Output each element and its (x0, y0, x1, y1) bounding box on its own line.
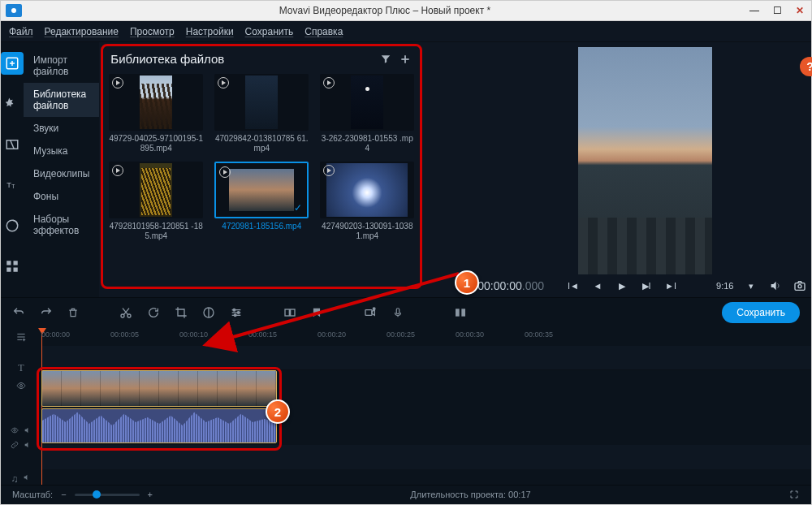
timeline-area: T ♫ 00:00:00 00:00:05 00:00:10 00:00:15 … (1, 328, 811, 485)
undo-icon[interactable] (12, 306, 25, 319)
file-label: 4720981-185156.mp4 (222, 222, 301, 231)
minimize-button[interactable]: — (743, 1, 766, 20)
svg-rect-26 (291, 309, 295, 316)
audio-track[interactable] (41, 408, 811, 445)
audio-clip[interactable] (41, 408, 277, 443)
music-track-icon[interactable]: ♫ (11, 473, 19, 485)
redo-icon[interactable] (40, 306, 53, 319)
menu-view[interactable]: Просмотр (130, 26, 175, 37)
menu-save[interactable]: Сохранить (245, 26, 294, 37)
sidebar-item-music[interactable]: Музыка (24, 140, 99, 162)
add-icon[interactable] (400, 54, 411, 65)
delete-icon[interactable] (67, 306, 79, 319)
preview-controls: ◆ 00:00:00.000 I◄ ◄ ▶ ▶I ►I 9:16 ▾ (456, 274, 812, 292)
play-overlay-icon (218, 77, 229, 88)
color-adjust-icon[interactable] (202, 306, 215, 319)
library-item[interactable]: 49729-04025-97100195-1895.mp4 (107, 74, 205, 153)
svg-rect-30 (456, 309, 460, 317)
window-titlebar: Movavi Видеоредактор Плюс – Новый проект… (0, 0, 812, 21)
svg-line-4 (11, 140, 15, 149)
step-back-icon[interactable]: ◄ (591, 279, 604, 292)
menu-edit[interactable]: Редактирование (45, 26, 119, 37)
audio-track-vol-icon[interactable] (23, 441, 32, 449)
text-track-icon[interactable]: T (18, 362, 24, 374)
transitions-tool-icon[interactable] (1, 133, 24, 156)
transition-wizard-icon[interactable] (283, 306, 296, 319)
file-label: 427490203-130091-10381.mp4 (320, 222, 414, 241)
left-toolbar: TT (1, 42, 24, 297)
library-item[interactable]: 427490203-130091-10381.mp4 (318, 162, 416, 241)
svg-rect-25 (285, 309, 289, 316)
timeline-ruler[interactable]: 00:00:00 00:00:05 00:00:10 00:00:15 00:0… (41, 328, 811, 346)
preview-duration: 9:16 (716, 281, 733, 291)
sidebar-item-sounds[interactable]: Звуки (24, 117, 99, 140)
music-track-vol-icon[interactable] (22, 473, 32, 485)
timeline-tracks[interactable]: 00:00:00 00:00:05 00:00:10 00:00:15 00:0… (41, 328, 811, 485)
record-video-icon[interactable] (363, 306, 378, 319)
sidebar-item-library[interactable]: Библиотека файлов (24, 83, 99, 117)
svg-point-38 (14, 429, 16, 431)
check-icon: ✓ (294, 202, 302, 214)
maximize-button[interactable]: ☐ (766, 1, 788, 20)
stickers-tool-icon[interactable] (1, 214, 24, 237)
preview-timecode: 00:00:00.000 (477, 279, 544, 292)
cut-icon[interactable] (119, 306, 132, 319)
video-clip[interactable] (41, 370, 277, 407)
ruler-tick: 00:00:30 (456, 330, 484, 339)
ruler-tick: 00:00:25 (387, 330, 415, 339)
video-track-eye-icon[interactable] (10, 426, 19, 434)
video-track-vol-icon[interactable] (23, 426, 32, 434)
sidebar-item-videoclips[interactable]: Видеоклипы (24, 162, 99, 185)
snapshot-icon[interactable] (793, 279, 806, 292)
filters-tool-icon[interactable] (1, 93, 24, 115)
crop-icon[interactable] (175, 306, 188, 319)
menu-help[interactable]: Справка (304, 26, 343, 37)
library-item[interactable]: 47029842-013810785 61.mp4 (213, 74, 310, 153)
filter-icon[interactable] (380, 54, 391, 65)
next-frame-icon[interactable]: ►I (664, 279, 677, 292)
titles-tool-icon[interactable]: TT (1, 174, 24, 196)
ruler-tick: 00:00:20 (317, 330, 346, 339)
step-fwd-icon[interactable]: ▶I (640, 279, 653, 292)
fit-zoom-icon[interactable] (788, 490, 800, 499)
marker-icon[interactable] (311, 306, 322, 319)
timeline-view-icon[interactable] (452, 306, 469, 319)
library-item[interactable]: 3-262-230981-01553 .mp4 (318, 74, 416, 153)
svg-point-23 (237, 312, 240, 314)
library-item[interactable]: 47928101958-120851 -185.mp4 (107, 162, 205, 241)
svg-point-28 (373, 308, 375, 310)
sidebar-item-backgrounds[interactable]: Фоны (24, 185, 99, 208)
video-track[interactable] (41, 370, 811, 408)
play-icon[interactable]: ▶ (615, 279, 628, 292)
ruler-tick: 00:00:10 (179, 330, 208, 339)
ruler-tick: 00:00:05 (110, 330, 139, 339)
source-sidebar: Импорт файлов Библиотека файлов Звуки Му… (24, 42, 99, 297)
library-item-selected[interactable]: ✓ 4720981-185156.mp4 (213, 162, 310, 241)
add-track-icon[interactable] (14, 331, 28, 343)
zoom-slider[interactable] (75, 494, 140, 496)
svg-rect-31 (461, 309, 465, 317)
play-overlay-icon (112, 77, 123, 88)
more-tools-icon[interactable] (1, 255, 24, 278)
clip-properties-icon[interactable] (230, 306, 243, 319)
menu-settings[interactable]: Настройки (186, 26, 234, 37)
zoom-out-icon[interactable]: − (61, 490, 66, 499)
rotate-icon[interactable] (147, 306, 160, 319)
sidebar-item-import[interactable]: Импорт файлов (24, 49, 99, 83)
annotation-marker-1: 1 (455, 270, 479, 295)
prev-frame-icon[interactable]: I◄ (567, 279, 580, 292)
zoom-in-icon[interactable]: + (148, 490, 153, 499)
text-track-eye-icon[interactable] (15, 381, 27, 391)
close-button[interactable]: ✕ (788, 1, 811, 20)
link-track-icon[interactable] (10, 441, 19, 449)
aspect-dropdown-icon[interactable]: ▾ (745, 279, 758, 292)
menu-file[interactable]: Файл (9, 26, 33, 37)
sidebar-item-effect-packs[interactable]: Наборы эффектов (24, 208, 99, 242)
volume-icon[interactable] (769, 279, 782, 292)
text-track[interactable] (41, 346, 811, 370)
import-tool-icon[interactable] (1, 52, 24, 75)
music-track[interactable] (41, 445, 811, 469)
save-button[interactable]: Сохранить (722, 302, 800, 323)
app-logo-icon (6, 4, 22, 17)
record-audio-icon[interactable] (392, 305, 404, 320)
